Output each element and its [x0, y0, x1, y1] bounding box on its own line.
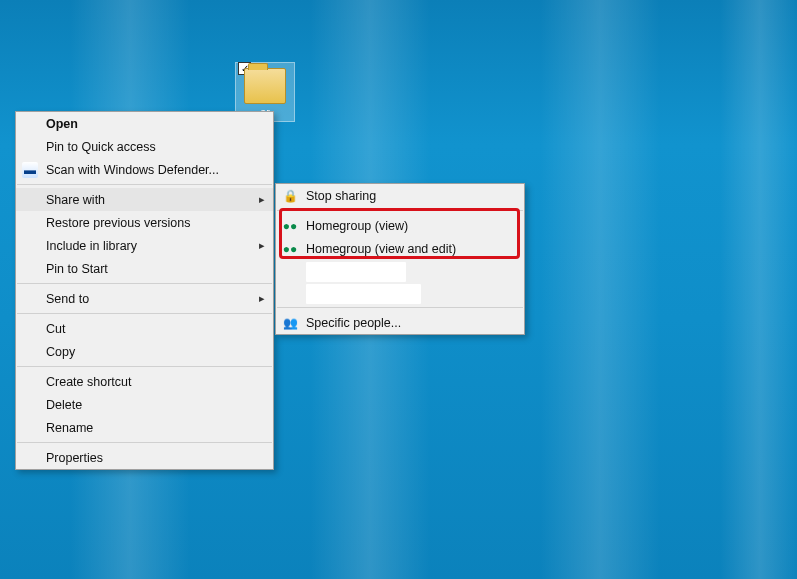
chevron-right-icon: ▸	[259, 292, 265, 305]
menu-open[interactable]: Open	[16, 112, 273, 135]
menu-send-to[interactable]: Send to ▸	[16, 287, 273, 310]
menu-scan-defender[interactable]: ▬ Scan with Windows Defender...	[16, 158, 273, 181]
menu-cut[interactable]: Cut	[16, 317, 273, 340]
share-with-submenu: 🔒 Stop sharing ●● Homegroup (view) ●● Ho…	[275, 183, 525, 335]
submenu-specific-people-label: Specific people...	[306, 316, 401, 330]
folder-icon	[244, 68, 286, 104]
chevron-right-icon: ▸	[259, 193, 265, 206]
redacted-item	[306, 262, 406, 282]
submenu-stop-sharing-label: Stop sharing	[306, 189, 376, 203]
menu-include-library-label: Include in library	[46, 239, 137, 253]
menu-properties[interactable]: Properties	[16, 446, 273, 469]
menu-rename[interactable]: Rename	[16, 416, 273, 439]
homegroup-icon: ●●	[282, 218, 298, 234]
submenu-homegroup-edit-label: Homegroup (view and edit)	[306, 242, 456, 256]
menu-scan-defender-label: Scan with Windows Defender...	[46, 163, 219, 177]
people-icon: 👥	[282, 315, 298, 331]
submenu-homegroup-edit[interactable]: ●● Homegroup (view and edit)	[276, 237, 524, 260]
menu-share-with[interactable]: Share with ▸	[16, 188, 273, 211]
defender-shield-icon: ▬	[22, 162, 38, 178]
submenu-homegroup-view-label: Homegroup (view)	[306, 219, 408, 233]
separator	[17, 442, 272, 443]
separator	[17, 283, 272, 284]
bg-stripe	[540, 0, 660, 579]
submenu-stop-sharing[interactable]: 🔒 Stop sharing	[276, 184, 524, 207]
separator	[277, 210, 523, 211]
menu-share-with-label: Share with	[46, 193, 105, 207]
separator	[17, 184, 272, 185]
menu-delete[interactable]: Delete	[16, 393, 273, 416]
redacted-item	[306, 284, 421, 304]
chevron-right-icon: ▸	[259, 239, 265, 252]
menu-pin-quick-access[interactable]: Pin to Quick access	[16, 135, 273, 158]
separator	[17, 313, 272, 314]
submenu-homegroup-view[interactable]: ●● Homegroup (view)	[276, 214, 524, 237]
menu-include-library[interactable]: Include in library ▸	[16, 234, 273, 257]
separator	[277, 307, 523, 308]
menu-pin-start[interactable]: Pin to Start	[16, 257, 273, 280]
menu-create-shortcut[interactable]: Create shortcut	[16, 370, 273, 393]
homegroup-icon: ●●	[282, 241, 298, 257]
menu-send-to-label: Send to	[46, 292, 89, 306]
separator	[17, 366, 272, 367]
lock-icon: 🔒	[282, 188, 298, 204]
menu-restore-previous[interactable]: Restore previous versions	[16, 211, 273, 234]
menu-copy[interactable]: Copy	[16, 340, 273, 363]
submenu-specific-people[interactable]: 👥 Specific people...	[276, 311, 524, 334]
bg-stripe	[720, 0, 797, 579]
context-menu: Open Pin to Quick access ▬ Scan with Win…	[15, 111, 274, 470]
